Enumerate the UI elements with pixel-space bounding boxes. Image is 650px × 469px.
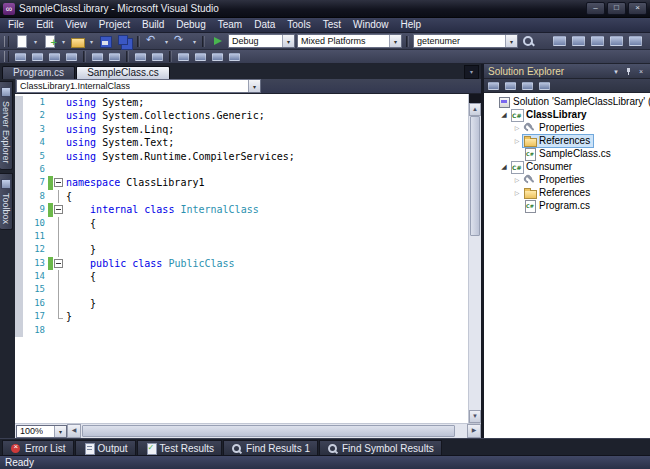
side-tab-toolbox[interactable]: Toolbox	[0, 173, 13, 230]
split-dropdown-icon[interactable]: ▾	[60, 38, 67, 45]
split-dropdown-icon[interactable]: ▾	[191, 38, 198, 45]
scrollbar-split-box[interactable]	[469, 94, 481, 103]
code-line-8[interactable]: 8{	[15, 190, 468, 203]
bottom-tab-find-symbol-results[interactable]: Find Symbol Results	[319, 440, 442, 455]
se-show-all-files-icon[interactable]	[503, 80, 518, 92]
expander-collapsed-icon[interactable]: ▷	[512, 189, 522, 196]
chevron-down-icon[interactable]: ▾	[248, 80, 260, 92]
code-line-13[interactable]: 13 public class PublicClass	[15, 257, 468, 270]
menu-test[interactable]: Test	[317, 18, 347, 32]
find-combo[interactable]: getenumer▾	[413, 34, 518, 48]
previous-bookmark-icon[interactable]	[193, 51, 208, 63]
new-project-icon[interactable]	[13, 34, 30, 48]
tree-item-references[interactable]: ▷References	[484, 186, 650, 199]
uncomment-icon[interactable]	[150, 51, 165, 63]
horizontal-scroll-thumb[interactable]	[82, 425, 455, 437]
decrease-indent-icon[interactable]	[90, 51, 105, 63]
tab-list-button[interactable]: ▾	[464, 65, 479, 79]
menu-edit[interactable]: Edit	[30, 18, 59, 32]
chevron-down-icon[interactable]: ▾	[54, 426, 66, 437]
navigate-forward-icon[interactable]	[570, 34, 587, 48]
close-panel-icon[interactable]: ×	[636, 67, 646, 76]
menu-help[interactable]: Help	[395, 18, 428, 32]
code-line-9[interactable]: 9 internal class InternalClass	[15, 203, 468, 216]
menu-data[interactable]: Data	[248, 18, 281, 32]
bottom-tab-output[interactable]: Output	[75, 440, 136, 455]
tree-item-sampleclass-cs[interactable]: SampleClass.cs	[484, 147, 650, 160]
debug-target-dropdown[interactable]: Debug▾	[228, 34, 295, 48]
bottom-tab-find-results-1[interactable]: Find Results 1	[223, 440, 318, 455]
split-dropdown-icon[interactable]: ▾	[32, 38, 39, 45]
tree-item-solution-sampleclasslibrary-2-projects[interactable]: Solution 'SampleClassLibrary' (2 project…	[484, 95, 650, 108]
bottom-tab-error-list[interactable]: Error List	[2, 440, 74, 455]
se-refresh-icon[interactable]	[520, 80, 535, 92]
menu-window[interactable]: Window	[347, 18, 395, 32]
menu-build[interactable]: Build	[136, 18, 170, 32]
tree-item-references[interactable]: ▷References	[484, 134, 650, 147]
menu-tools[interactable]: Tools	[281, 18, 316, 32]
word-completion-icon[interactable]	[64, 51, 79, 63]
toggle-bookmark-icon[interactable]	[176, 51, 191, 63]
find-icon[interactable]	[520, 34, 537, 48]
scroll-down-icon[interactable]: ▼	[469, 410, 481, 423]
code-line-14[interactable]: 14 {	[15, 270, 468, 283]
code-line-4[interactable]: 4using System.Text;	[15, 136, 468, 149]
code-line-7[interactable]: 7namespace ClassLibrary1	[15, 176, 468, 189]
scroll-left-icon[interactable]: ◀	[67, 424, 81, 438]
se-properties-icon[interactable]	[486, 80, 501, 92]
code-line-5[interactable]: 5using System.Runtime.CompilerServices;	[15, 150, 468, 163]
split-dropdown-icon[interactable]: ▾	[163, 38, 170, 45]
start-debug-icon[interactable]	[209, 34, 226, 48]
split-dropdown-icon[interactable]: ▾	[88, 38, 95, 45]
collapse-toggle-icon[interactable]	[53, 257, 64, 270]
expander-collapsed-icon[interactable]: ▷	[512, 176, 522, 183]
chevron-down-icon[interactable]: ▾	[389, 35, 401, 47]
auto-hide-pin-icon[interactable]	[624, 67, 633, 76]
tree-item-properties[interactable]: ▷Properties	[484, 173, 650, 186]
maximize-button[interactable]: □	[607, 2, 626, 15]
code-line-3[interactable]: 3using System.Linq;	[15, 123, 468, 136]
horizontal-scroll-track[interactable]	[81, 425, 467, 437]
editor-vertical-scrollbar[interactable]: ▲ ▼	[468, 94, 481, 423]
code-line-10[interactable]: 10 {	[15, 217, 468, 230]
solution-explorer-header[interactable]: Solution Explorer ▾ ×	[484, 64, 650, 79]
menu-team[interactable]: Team	[212, 18, 248, 32]
expander-expanded-icon[interactable]: ◢	[499, 163, 509, 171]
tree-item-consumer[interactable]: ◢Consumer	[484, 160, 650, 173]
navigate-backward-icon[interactable]	[551, 34, 568, 48]
next-bookmark-icon[interactable]	[210, 51, 225, 63]
menu-project[interactable]: Project	[93, 18, 136, 32]
tree-item-properties[interactable]: ▷Properties	[484, 121, 650, 134]
vertical-scroll-thumb[interactable]	[470, 116, 480, 236]
parameter-info-icon[interactable]	[30, 51, 45, 63]
code-editor[interactable]: 1using System;2using System.Collections.…	[15, 94, 468, 423]
code-line-6[interactable]: 6	[15, 163, 468, 176]
tree-item-program-cs[interactable]: Program.cs	[484, 199, 650, 212]
expander-collapsed-icon[interactable]: ▷	[512, 137, 522, 144]
side-tab-server-explorer[interactable]: Server Explorer	[0, 81, 13, 170]
chevron-down-icon[interactable]: ▾	[282, 35, 294, 47]
menu-view[interactable]: View	[59, 18, 93, 32]
expander-collapsed-icon[interactable]: ▷	[512, 124, 522, 131]
undo-icon[interactable]	[144, 34, 161, 48]
code-line-16[interactable]: 16 }	[15, 297, 468, 310]
window-position-icon[interactable]: ▾	[611, 67, 621, 76]
se-view-class-diagram-icon[interactable]	[537, 80, 552, 92]
increase-indent-icon[interactable]	[107, 51, 122, 63]
comment-icon[interactable]	[133, 51, 148, 63]
code-line-2[interactable]: 2using System.Collections.Generic;	[15, 109, 468, 122]
redo-icon[interactable]	[172, 34, 189, 48]
save-icon[interactable]	[97, 34, 114, 48]
collapse-toggle-icon[interactable]	[53, 203, 64, 216]
scroll-up-icon[interactable]: ▲	[469, 103, 481, 116]
bottom-tab-test-results[interactable]: Test Results	[137, 440, 222, 455]
minimize-button[interactable]: –	[586, 2, 605, 15]
code-line-18[interactable]: 18	[15, 324, 468, 337]
code-line-12[interactable]: 12 }	[15, 243, 468, 256]
code-line-17[interactable]: 17}	[15, 310, 468, 323]
vertical-scroll-track[interactable]	[469, 116, 481, 410]
save-all-icon[interactable]	[116, 34, 133, 48]
code-line-15[interactable]: 15	[15, 283, 468, 296]
member-list-icon[interactable]	[13, 51, 28, 63]
add-new-item-icon[interactable]	[41, 34, 58, 48]
